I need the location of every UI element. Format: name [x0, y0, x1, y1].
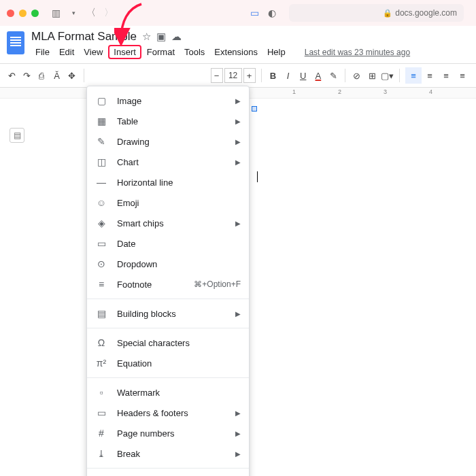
- font-size-increase[interactable]: +: [243, 68, 256, 83]
- menu-item-watermark[interactable]: ▫Watermark: [87, 382, 249, 403]
- submenu-arrow-icon: ▶: [235, 118, 241, 125]
- menu-item-icon: #: [95, 428, 107, 439]
- insert-link-button[interactable]: ⊘: [351, 67, 363, 84]
- window-controls: [7, 10, 39, 17]
- menu-view[interactable]: View: [80, 45, 107, 59]
- insert-image-button[interactable]: ▢▾: [381, 67, 394, 84]
- menu-item-footnote[interactable]: ≡Footnote⌘+Option+F: [87, 274, 249, 294]
- bold-button[interactable]: B: [267, 67, 279, 84]
- outline-toggle-button[interactable]: ▤: [10, 128, 24, 143]
- menu-tools[interactable]: Tools: [180, 45, 209, 59]
- menu-item-icon: ✎: [95, 136, 107, 147]
- italic-button[interactable]: I: [282, 67, 294, 84]
- spellcheck-button[interactable]: Ă: [50, 67, 63, 84]
- align-right-button[interactable]: ≡: [438, 67, 454, 84]
- forward-button[interactable]: 〉: [103, 7, 115, 19]
- menu-file[interactable]: File: [31, 45, 54, 59]
- ruler-mark: 1: [292, 88, 296, 95]
- formatting-toolbar: ↶ ↷ ⎙ Ă ✥ − 12 + B I U A ✎ ⊘ ⊞ ▢▾ ≡ ≡ ≡ …: [0, 63, 476, 88]
- indent-marker-icon[interactable]: [252, 106, 257, 112]
- menu-item-label: Break: [117, 449, 226, 459]
- sidebar-toggle-icon[interactable]: ▥: [50, 7, 62, 19]
- text-color-button[interactable]: A: [312, 67, 324, 84]
- menu-item-icon: ▫: [95, 387, 107, 398]
- align-center-button[interactable]: ≡: [422, 67, 438, 84]
- paint-format-button[interactable]: ✥: [66, 67, 78, 84]
- menu-item-label: Footnote: [117, 279, 184, 290]
- submenu-arrow-icon: ▶: [235, 450, 241, 458]
- menu-item-label: Special characters: [117, 338, 241, 348]
- menu-item-icon: ▦: [95, 116, 107, 126]
- menu-item-break[interactable]: ⤓Break▶: [87, 443, 249, 464]
- align-left-button[interactable]: ≡: [405, 67, 422, 84]
- menu-item-icon: π²: [95, 358, 107, 369]
- font-size-decrease[interactable]: −: [211, 68, 223, 83]
- menu-item-link[interactable]: ⊘Link⌘K: [87, 473, 249, 476]
- ruler-mark: 3: [384, 88, 387, 95]
- submenu-arrow-icon: ▶: [235, 97, 241, 105]
- menu-item-building-blocks[interactable]: ▤Building blocks▶: [87, 303, 249, 324]
- dropdown-icon[interactable]: ▾: [67, 7, 80, 19]
- align-justify-button[interactable]: ≡: [454, 67, 471, 84]
- url-text: docs.google.com: [395, 8, 457, 18]
- menu-item-emoji[interactable]: ☺Emoji: [87, 192, 249, 213]
- menu-item-smart-chips[interactable]: ◈Smart chips▶: [87, 213, 249, 233]
- star-icon[interactable]: ☆: [142, 31, 151, 43]
- menu-item-icon: ▢: [95, 95, 107, 106]
- shield-icon[interactable]: ◐: [266, 7, 278, 19]
- address-bar[interactable]: 🔒 docs.google.com: [289, 4, 464, 22]
- font-size-value[interactable]: 12: [224, 68, 242, 83]
- menu-item-special-characters[interactable]: ΩSpecial characters: [87, 333, 249, 353]
- document-header: MLA Format Sample ☆ ▣ ☁ File Edit View I…: [0, 26, 476, 59]
- menu-item-icon: ⊙: [95, 258, 107, 269]
- menu-item-label: Watermark: [117, 388, 241, 398]
- undo-button[interactable]: ↶: [5, 67, 18, 84]
- minimize-window-icon[interactable]: [19, 10, 27, 17]
- submenu-arrow-icon: ▶: [235, 220, 241, 227]
- menu-item-label: Headers & footers: [117, 408, 226, 418]
- menu-item-headers-footers[interactable]: ▭Headers & footers▶: [87, 403, 249, 423]
- menu-help[interactable]: Help: [263, 45, 290, 59]
- menu-item-image[interactable]: ▢Image▶: [87, 90, 249, 111]
- docs-logo-icon[interactable]: [7, 31, 24, 54]
- submenu-arrow-icon: ▶: [235, 310, 241, 318]
- menu-item-icon: ◫: [95, 156, 107, 167]
- add-comment-button[interactable]: ⊞: [366, 67, 378, 84]
- text-cursor: [257, 171, 258, 182]
- menu-item-label: Horizontal line: [117, 177, 241, 188]
- print-button[interactable]: ⎙: [35, 67, 48, 84]
- menu-extensions[interactable]: Extensions: [210, 45, 262, 59]
- back-button[interactable]: 〈: [85, 7, 97, 19]
- menu-item-page-numbers[interactable]: #Page numbers▶: [87, 423, 249, 443]
- menu-item-date[interactable]: ▭Date: [87, 233, 249, 254]
- menu-item-icon: ☺: [95, 197, 107, 208]
- menu-format[interactable]: Format: [143, 45, 179, 59]
- maximize-window-icon[interactable]: [31, 10, 39, 17]
- menu-item-dropdown[interactable]: ⊙Dropdown: [87, 254, 249, 274]
- menu-item-equation[interactable]: π²Equation: [87, 353, 249, 373]
- submenu-arrow-icon: ▶: [235, 430, 241, 437]
- menu-item-icon: ◈: [95, 218, 107, 228]
- menu-item-drawing[interactable]: ✎Drawing▶: [87, 131, 249, 152]
- close-window-icon[interactable]: [7, 10, 14, 17]
- menu-edit[interactable]: Edit: [55, 45, 78, 59]
- cloud-status-icon[interactable]: ☁: [171, 31, 182, 43]
- last-edit-link[interactable]: Last edit was 23 minutes ago: [301, 46, 414, 59]
- underline-button[interactable]: U: [297, 67, 309, 84]
- menu-item-label: Emoji: [117, 198, 241, 208]
- menu-separator: [87, 377, 249, 378]
- document-title[interactable]: MLA Format Sample: [31, 30, 137, 44]
- menu-item-chart[interactable]: ◫Chart▶: [87, 152, 249, 172]
- menu-item-label: Page numbers: [117, 428, 226, 439]
- menu-item-table[interactable]: ▦Table▶: [87, 111, 249, 131]
- menu-item-horizontal-line[interactable]: —Horizontal line: [87, 172, 249, 192]
- highlight-button[interactable]: ✎: [327, 67, 339, 84]
- move-icon[interactable]: ▣: [156, 31, 166, 43]
- menu-insert[interactable]: Insert: [108, 45, 141, 59]
- reader-icon[interactable]: ▭: [248, 7, 260, 19]
- menu-bar: File Edit View Insert Format Tools Exten…: [31, 45, 414, 59]
- redo-button[interactable]: ↷: [20, 67, 33, 84]
- menu-item-shortcut: ⌘+Option+F: [194, 279, 241, 289]
- menu-item-icon: ⤓: [95, 448, 107, 459]
- menu-separator: [87, 328, 249, 328]
